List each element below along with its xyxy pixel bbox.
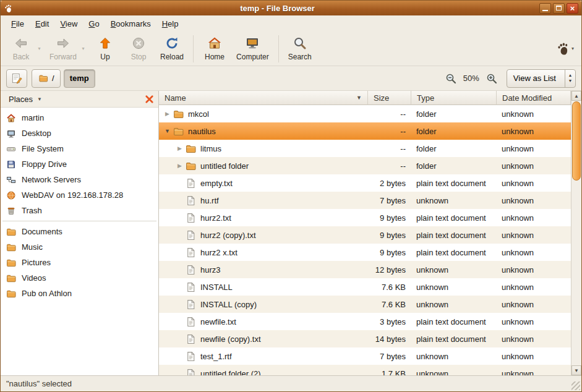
menu-bookmarks[interactable]: Bookmarks	[105, 17, 156, 30]
view-mode-select[interactable]: View as List ▲▼	[507, 69, 576, 88]
close-button[interactable]: ×	[567, 3, 578, 14]
file-row-hu-rtf[interactable]: hu.rtf7 bytesunknownunknown	[159, 192, 571, 209]
scrollbar-track[interactable]	[571, 101, 581, 365]
toolbar-button-search[interactable]: Search	[283, 33, 317, 64]
sidebar-item-network-servers[interactable]: Network Servers	[1, 172, 158, 187]
column-header-type[interactable]: Type	[411, 91, 497, 105]
toolbar-button-forward[interactable]: Forward	[45, 33, 82, 64]
file-type: unknown	[411, 261, 497, 278]
trash-icon	[6, 206, 16, 216]
file-date-modified: unknown	[497, 313, 571, 330]
file-type: folder	[411, 105, 497, 122]
sidebar-item-videos[interactable]: Videos	[1, 270, 158, 286]
zoom-level: 50%	[462, 74, 481, 83]
file-row-hurz2-txt[interactable]: hurz2.txt9 bytesplain text documentunkno…	[159, 209, 571, 226]
column-header-date-modified[interactable]: Date Modified	[497, 91, 571, 105]
sidebar-item-documents[interactable]: Documents	[1, 224, 158, 239]
file-row-install-copy[interactable]: INSTALL (copy)7.6 KBunknownunknown	[159, 296, 571, 313]
file-name: test_1.rtf	[200, 352, 232, 361]
sidebar-item-pictures[interactable]: Pictures	[1, 255, 158, 270]
file-size: 7.6 KB	[368, 278, 411, 296]
file-row-nautilus[interactable]: ▼nautilus--folderunknown	[159, 122, 571, 140]
file-name: untitled folder (2)	[200, 369, 261, 376]
places-list: martinDesktopFile SystemFloppy DriveNetw…	[1, 108, 158, 375]
maximize-button[interactable]	[553, 3, 565, 14]
path-button-root[interactable]: /	[32, 69, 61, 88]
toolbar-button-home[interactable]: Home	[198, 33, 231, 64]
scrollbar-thumb[interactable]	[572, 101, 581, 181]
path-button-temp[interactable]: temp	[64, 69, 95, 88]
sidebar-item-pub-on-athlon[interactable]: Pub on Athlon	[1, 286, 158, 301]
sidebar-item-desktop[interactable]: Desktop	[1, 126, 158, 141]
scrollbar-down-button[interactable]: ▼	[571, 365, 581, 375]
expand-expander-icon[interactable]: ▶	[174, 163, 185, 169]
folder-icon	[6, 242, 16, 252]
sidebar-item-webdav-on-192-168-178-28[interactable]: WebDAV on 192.168.178.28	[1, 187, 158, 203]
home-icon	[207, 36, 222, 51]
scrollbar-up-button[interactable]: ▲	[571, 91, 581, 101]
file-row-mkcol[interactable]: ▶mkcol--folderunknown	[159, 105, 571, 122]
zoom-out-icon[interactable]	[445, 73, 456, 84]
sidebar-item-floppy-drive[interactable]: Floppy Drive	[1, 156, 158, 172]
file-row-hurz2-x-txt[interactable]: hurz2 x.txt9 bytesplain text documentunk…	[159, 244, 571, 261]
places-selector[interactable]: Places ▼	[4, 93, 46, 105]
file-size: --	[368, 157, 411, 174]
collapse-expander-icon[interactable]: ▼	[162, 128, 173, 134]
file-row-hurz3[interactable]: hurz312 bytesunknownunknown	[159, 261, 571, 278]
sidebar-item-file-system[interactable]: File System	[1, 141, 158, 156]
file-type: plain text document	[411, 209, 497, 226]
gnome-logo-icon	[4, 4, 13, 13]
file-row-untitled-folder-2[interactable]: untitled folder (2)1.7 KBunknownunknown	[159, 365, 571, 375]
floppy-icon	[6, 160, 16, 169]
toolbar-button-up[interactable]: Up	[88, 33, 122, 64]
minimize-button[interactable]	[539, 3, 551, 14]
file-size: 9 bytes	[368, 226, 411, 244]
column-header-size[interactable]: Size	[368, 91, 411, 105]
toolbar-button-stop[interactable]: Stop	[122, 33, 155, 64]
back-history-dropdown[interactable]: ▾	[35, 33, 43, 64]
expand-expander-icon[interactable]: ▶	[162, 111, 173, 117]
folder-icon	[173, 126, 184, 137]
file-row-test-1-rtf[interactable]: test_1.rtf7 bytesunknownunknown	[159, 347, 571, 365]
file-date-modified: unknown	[497, 365, 571, 375]
vertical-scrollbar: ▲ ▼	[571, 91, 581, 375]
file-row-newfile-copy-txt[interactable]: newfile (copy).txt14 bytesplain text doc…	[159, 330, 571, 347]
throbber[interactable]: ▾	[556, 41, 578, 56]
toolbar-button-back[interactable]: Back	[4, 33, 38, 64]
file-date-modified: unknown	[497, 209, 571, 226]
text-file-icon	[186, 178, 196, 189]
menu-go[interactable]: Go	[83, 17, 105, 30]
menu-view[interactable]: View	[54, 17, 83, 30]
expand-expander-icon[interactable]: ▶	[174, 145, 185, 151]
file-row-untitled-folder[interactable]: ▶untitled folder--folderunknown	[159, 157, 571, 174]
combo-spinner-icon: ▲▼	[565, 70, 575, 87]
file-row-hurz2-copy-txt[interactable]: hurz2 (copy).txt9 bytesplain text docume…	[159, 226, 571, 244]
text-file-icon	[186, 247, 196, 258]
titlebar[interactable]: temp - File Browser ×	[1, 1, 581, 15]
zoom-in-icon[interactable]	[486, 73, 497, 84]
file-row-install[interactable]: INSTALL7.6 KBunknownunknown	[159, 278, 571, 296]
file-name: empty.txt	[200, 179, 233, 188]
file-date-modified: unknown	[497, 192, 571, 209]
resize-grip[interactable]	[571, 381, 580, 390]
menu-edit[interactable]: Edit	[30, 17, 54, 30]
sidebar-item-trash[interactable]: Trash	[1, 203, 158, 218]
menu-file[interactable]: File	[6, 17, 30, 30]
path-segment-label: temp	[70, 74, 89, 83]
menu-help[interactable]: Help	[156, 17, 184, 30]
file-row-newfile-txt[interactable]: newfile.txt3 bytesplain text documentunk…	[159, 313, 571, 330]
toolbar-button-reload[interactable]: Reload	[155, 33, 189, 64]
path-segment-label: /	[52, 74, 54, 83]
file-row-litmus[interactable]: ▶litmus--folderunknown	[159, 140, 571, 157]
forward-history-dropdown[interactable]: ▾	[79, 33, 87, 64]
sidebar-close-button[interactable]	[143, 93, 155, 105]
toolbar-button-computer[interactable]: Computer	[231, 33, 274, 64]
drive-icon	[6, 144, 16, 154]
sidebar-item-music[interactable]: Music	[1, 239, 158, 255]
column-header-name[interactable]: Name▼	[159, 91, 368, 105]
text-file-icon	[186, 299, 196, 310]
toggle-location-entry-button[interactable]	[6, 69, 27, 88]
window-controls: ×	[539, 3, 578, 14]
sidebar-item-martin[interactable]: martin	[1, 110, 158, 126]
file-row-empty-txt[interactable]: empty.txt2 bytesplain text documentunkno…	[159, 174, 571, 192]
